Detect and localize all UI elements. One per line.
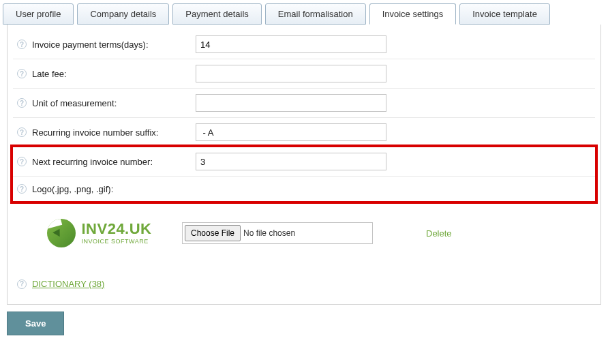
input-unit[interactable] — [196, 94, 386, 112]
input-next-number[interactable] — [196, 153, 386, 170]
row-dictionary: ? DICTIONARY (38) — [13, 265, 595, 297]
tab-email-formalisation[interactable]: Email formalisation — [265, 3, 366, 25]
logo-mark-icon — [47, 219, 76, 247]
label-unit: Unit of measurement: — [32, 98, 196, 108]
dictionary-link[interactable]: DICTIONARY (38) — [32, 279, 104, 289]
label-logo: Logo(.jpg, .png, .gif): — [32, 184, 196, 194]
label-next-number: Next recurring invoice number: — [32, 157, 196, 167]
input-payment-terms[interactable] — [196, 35, 386, 53]
row-suffix: ? Recurring invoice number suffix: — [13, 118, 595, 147]
save-button[interactable]: Save — [7, 312, 64, 335]
help-icon[interactable]: ? — [17, 127, 27, 137]
help-icon[interactable]: ? — [17, 69, 27, 78]
help-icon[interactable]: ? — [17, 40, 27, 49]
logo-subtitle: INVOICE SOFTWARE — [81, 239, 151, 245]
label-suffix: Recurring invoice number suffix: — [32, 127, 196, 138]
label-payment-terms: Invoice payment terms(days): — [32, 40, 196, 50]
tab-user-profile[interactable]: User profile — [3, 3, 74, 25]
file-status: No file chosen — [243, 228, 295, 238]
tab-payment-details[interactable]: Payment details — [172, 3, 262, 25]
delete-link[interactable]: Delete — [426, 228, 452, 239]
help-icon[interactable]: ? — [17, 157, 27, 166]
tab-company-details[interactable]: Company details — [77, 3, 169, 25]
form-panel: ? Invoice payment terms(days): ? Late fe… — [7, 24, 601, 305]
help-icon[interactable]: ? — [17, 98, 27, 108]
tab-bar: User profile Company details Payment det… — [0, 0, 608, 25]
tab-invoice-template[interactable]: Invoice template — [459, 3, 550, 25]
row-late-fee: ? Late fee: — [13, 59, 595, 89]
row-payment-terms: ? Invoice payment terms(days): — [13, 30, 595, 59]
row-unit: ? Unit of measurement: — [13, 89, 595, 118]
tab-invoice-settings[interactable]: Invoice settings — [369, 3, 457, 25]
label-late-fee: Late fee: — [32, 69, 196, 79]
help-icon[interactable]: ? — [17, 279, 27, 289]
highlight-box: ? Next recurring invoice number: ? Logo(… — [10, 145, 598, 204]
choose-file-button[interactable]: Choose File — [185, 225, 241, 241]
input-suffix[interactable] — [196, 123, 386, 141]
help-icon[interactable]: ? — [17, 184, 27, 194]
logo-preview: INV24.UK INVOICE SOFTWARE — [17, 219, 182, 247]
row-logo-upload: INV24.UK INVOICE SOFTWARE Choose File No… — [13, 201, 595, 265]
row-logo: ? Logo(.jpg, .png, .gif): — [13, 177, 595, 201]
row-next-number: ? Next recurring invoice number: — [13, 147, 595, 177]
logo-title: INV24.UK — [81, 222, 151, 237]
input-late-fee[interactable] — [196, 65, 386, 82]
file-upload-area: Choose File No file chosen Delete — [182, 222, 452, 244]
